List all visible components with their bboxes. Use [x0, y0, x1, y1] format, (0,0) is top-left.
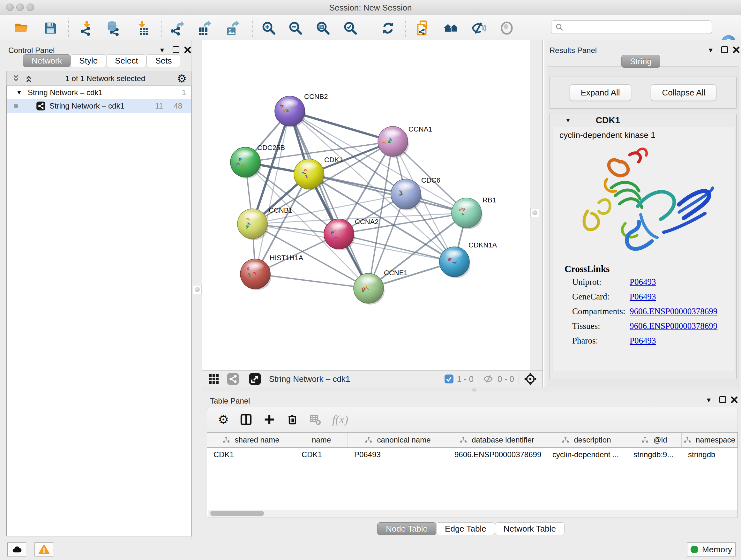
open-session-button[interactable] [13, 20, 30, 37]
tab-network[interactable]: Network [23, 54, 71, 67]
collapse-all-networks-icon[interactable] [24, 74, 33, 83]
crosslink-link[interactable]: P06493 [630, 277, 656, 287]
network-label: String Network – cdk1 [50, 102, 125, 111]
column-header-description[interactable]: description [546, 433, 627, 447]
horizontal-splitter[interactable] [202, 387, 741, 391]
expand-all-button[interactable]: Expand All [569, 84, 631, 101]
collapse-all-button[interactable]: Collapse All [651, 84, 717, 101]
network-view-share-icon[interactable] [226, 373, 239, 385]
network-node-cdk1[interactable]: CDK1 [294, 156, 343, 190]
network-row-selected[interactable]: String Network – cdk1 11 48 [7, 99, 191, 113]
horizontal-scrollbar[interactable] [208, 510, 737, 517]
crosslink-link[interactable]: P06493 [630, 336, 656, 346]
zoom-selected-button[interactable] [342, 20, 359, 37]
memory-button[interactable]: Memory [687, 543, 736, 557]
tab-style[interactable]: Style [71, 54, 106, 67]
detach-view-icon[interactable] [249, 373, 261, 385]
left-splitter[interactable] [192, 40, 203, 539]
column-header-shared-name[interactable]: shared name [207, 433, 295, 447]
export-image-button[interactable] [224, 20, 241, 37]
selected-checkbox-icon[interactable] [444, 374, 454, 384]
network-edge-count: 48 [174, 102, 182, 111]
import-table-from-file-button[interactable] [134, 20, 150, 37]
warning-status-button[interactable] [35, 543, 53, 557]
left-splitter-handle[interactable] [193, 285, 202, 294]
zoom-out-button[interactable] [287, 20, 304, 37]
expand-all-networks-icon[interactable] [11, 74, 21, 83]
network-canvas[interactable]: CCNB2CCNA1CDC25BCDK1CDC6RB1CCNB1CCNA2CDK… [202, 40, 530, 370]
float-panel-icon[interactable] [719, 396, 726, 403]
clone-network-button[interactable] [414, 20, 431, 37]
network-node-ccna2[interactable]: CCNA2 [324, 218, 379, 250]
homes-icon [443, 20, 459, 36]
search-box[interactable] [551, 20, 712, 34]
save-session-button[interactable] [42, 20, 59, 37]
float-panel-icon[interactable] [721, 46, 728, 53]
tab-edge-table[interactable]: Edge Table [436, 522, 495, 535]
tree-options-gear-icon[interactable]: ⚙ [177, 72, 187, 85]
close-panel-icon[interactable] [733, 46, 740, 53]
add-column-icon[interactable] [263, 414, 275, 426]
hide-selected-button[interactable] [470, 20, 487, 37]
scrollbar-thumb[interactable] [210, 511, 264, 516]
show-columns-icon[interactable] [240, 413, 253, 426]
table-cell[interactable]: stringdb [682, 448, 738, 462]
table-cell[interactable]: cyclin-dependent ... [546, 448, 627, 462]
zoom-fit-icon [315, 20, 331, 36]
crosslink-link[interactable]: P06493 [630, 292, 656, 302]
cloud-status-button[interactable] [7, 543, 26, 557]
network-node-ccnb2[interactable]: CCNB2 [275, 92, 328, 127]
table-cell[interactable]: stringdb:9... [627, 448, 682, 462]
column-header-database-identifier[interactable]: database identifier [448, 433, 546, 447]
table-cell[interactable]: CDK1 [207, 448, 295, 462]
crosslink-link[interactable]: 9606.ENSP00000378699 [630, 321, 718, 331]
collapse-panel-icon[interactable]: ▼ [705, 396, 712, 404]
network-node-rb1[interactable]: RB1 [452, 196, 496, 229]
delete-column-icon[interactable] [286, 414, 298, 426]
column-header-namespace[interactable]: namespace [682, 433, 738, 447]
column-header-name[interactable]: name [295, 433, 348, 447]
tab-sets[interactable]: Sets [146, 54, 180, 67]
column-header--id[interactable]: @id [627, 433, 682, 447]
column-header-canonical-name[interactable]: canonical name [348, 433, 448, 447]
table-cell[interactable]: 9606.ENSP00000378699 [448, 448, 546, 462]
table-options-gear-icon[interactable]: ⚙ [218, 413, 229, 427]
float-panel-icon[interactable] [173, 46, 179, 53]
tab-node-table[interactable]: Node Table [377, 522, 436, 535]
close-panel-icon[interactable] [731, 396, 738, 403]
import-network-from-database-button[interactable] [105, 20, 122, 37]
control-panel: Control Panel ▼ NetworkStyleSelectSets 1… [0, 40, 192, 539]
zoom-in-button[interactable] [260, 20, 277, 37]
tab-network-table[interactable]: Network Table [495, 522, 564, 535]
export-network-button[interactable] [169, 20, 185, 37]
search-input[interactable] [563, 22, 705, 32]
collapse-panel-icon[interactable]: ▼ [708, 47, 714, 54]
birds-eye-view-icon[interactable] [523, 372, 537, 386]
network-node-ccna1[interactable]: CCNA1 [378, 125, 432, 158]
tab-select[interactable]: Select [106, 54, 146, 67]
cdk1-section-header[interactable]: ▼ CDK1 [550, 114, 736, 127]
zoom-fit-button[interactable] [315, 20, 331, 37]
tree-expander-icon[interactable]: ▼ [16, 89, 22, 96]
table-cell[interactable]: P06493 [348, 448, 448, 462]
tab-string[interactable]: String [621, 55, 660, 68]
apply-layout-button[interactable] [380, 20, 396, 37]
table-row[interactable]: CDK1CDK1P064939606.ENSP00000378699cyclin… [207, 448, 738, 462]
network-node-hist1h1a[interactable]: HIST1H1A [240, 254, 303, 290]
close-panel-icon[interactable] [184, 46, 191, 53]
table-cell[interactable]: CDK1 [295, 448, 348, 462]
import-network-from-file-button[interactable] [78, 20, 95, 37]
export-table-button[interactable] [196, 20, 212, 37]
collection-count: 1 [182, 88, 186, 97]
right-splitter[interactable] [530, 40, 542, 387]
collapse-panel-icon[interactable]: ▼ [159, 47, 165, 54]
section-expander-icon[interactable]: ▼ [565, 117, 571, 124]
network-collection-row[interactable]: ▼ String Network – cdk1 1 [7, 86, 191, 99]
network-node-cdkn1a[interactable]: CDKN1A [440, 241, 497, 278]
grid-view-icon[interactable] [208, 373, 219, 385]
network-home-button[interactable] [443, 20, 459, 37]
right-splitter-handle[interactable] [530, 208, 539, 217]
show-all-button[interactable] [498, 20, 515, 37]
crosslink-link[interactable]: 9606.ENSP00000378699 [630, 307, 718, 316]
network-graph[interactable]: CCNB2CCNA1CDC25BCDK1CDC6RB1CCNB1CCNA2CDK… [202, 40, 530, 370]
